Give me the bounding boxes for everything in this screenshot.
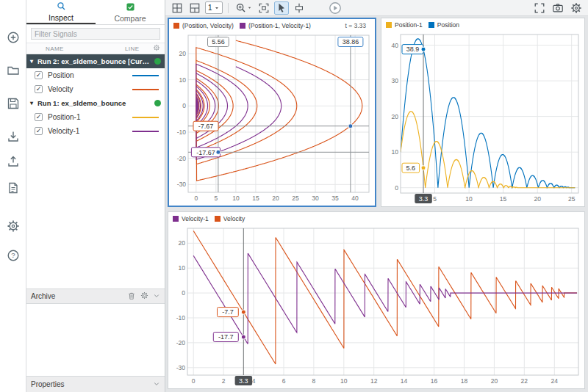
signal-label: Velocity-1 <box>48 127 132 135</box>
fit-to-view-button[interactable] <box>257 1 271 15</box>
tab-inspect-label: Inspect <box>49 13 74 22</box>
subplot-count-dropdown[interactable]: 1 <box>205 1 223 14</box>
legend-label: Position <box>437 21 459 29</box>
pointer-mode-button[interactable] <box>274 1 289 15</box>
zoom-dropdown[interactable] <box>234 1 254 15</box>
signal-row[interactable]: ✓Position-1 <box>26 110 165 124</box>
legend-item[interactable]: Velocity-1 <box>173 215 209 222</box>
run-row[interactable]: ▾Run 1: ex_sldemo_bounce <box>26 96 165 110</box>
properties-section-header[interactable]: Properties <box>26 376 165 392</box>
filter-signals-input[interactable] <box>31 28 160 40</box>
x-tick-label: 5 <box>433 195 437 203</box>
signal-line-swatch[interactable] <box>132 117 159 118</box>
velocity-plot[interactable]: Velocity-1Velocity 024681012141618202224… <box>168 211 585 389</box>
signal-checkbox[interactable]: ✓ <box>35 85 43 93</box>
create-report-button[interactable] <box>4 180 22 196</box>
snapshot-button[interactable] <box>551 1 565 15</box>
archive-collapse-button[interactable] <box>153 292 160 301</box>
archive-delete-button[interactable] <box>127 291 136 302</box>
x-tick-label: 40 <box>351 195 359 202</box>
archive-settings-button[interactable] <box>140 291 148 301</box>
cursor-marker-dot <box>421 166 426 170</box>
velocity-plot-legend: Velocity-1Velocity <box>168 212 584 225</box>
signal-row[interactable]: ✓Velocity <box>26 82 165 96</box>
properties-collapse-button[interactable] <box>153 380 160 389</box>
y-tick-label: 40 <box>392 42 399 49</box>
left-icon-rail: ? <box>0 0 26 392</box>
xy-plot-legend: (Position, Velocity)(Position-1, Velocit… <box>169 19 375 32</box>
y-tick-label: 10 <box>179 264 186 272</box>
expand-caret-icon[interactable]: ▾ <box>30 100 37 106</box>
signal-table-header: NAME LINE <box>26 43 165 54</box>
data-cursor-icon <box>293 2 305 14</box>
zoom-in-icon <box>235 2 247 14</box>
signal-row[interactable]: ✓Velocity-1 <box>26 124 165 138</box>
fullscreen-button[interactable] <box>532 1 547 15</box>
x-tick-label: 14 <box>401 377 408 385</box>
xy-plot-canvas[interactable]: 0510152025303540-30-20-10010205.5638.86-… <box>169 32 375 206</box>
velocity-plot-canvas[interactable]: 024681012141618202224-30-20-1001020-7.7-… <box>168 225 584 388</box>
replay-button[interactable] <box>329 1 342 15</box>
signal-line-swatch[interactable] <box>132 89 159 90</box>
help-button[interactable]: ? <box>4 247 22 264</box>
archive-section-header[interactable]: Archive <box>26 288 165 304</box>
import-button[interactable] <box>4 128 22 145</box>
legend-item[interactable]: Position-1 <box>386 21 423 29</box>
signal-line-swatch[interactable] <box>132 131 159 132</box>
y-tick-label: 0 <box>182 102 186 109</box>
edit-view-button[interactable] <box>187 1 202 15</box>
run-row[interactable]: ▾Run 2: ex_sldemo_bounce [Current] <box>26 54 165 68</box>
y-tick-label: -20 <box>177 155 187 162</box>
preferences-button[interactable] <box>4 218 22 234</box>
tab-inspect[interactable]: Inspect <box>26 0 96 24</box>
legend-item[interactable]: Position <box>429 21 459 29</box>
cursor-value: -17.67 <box>196 149 215 156</box>
column-settings-button[interactable] <box>153 44 160 53</box>
plot-settings-button[interactable] <box>569 1 584 15</box>
signal-checkbox[interactable]: ✓ <box>35 113 43 121</box>
simulation-data-inspector: ? Inspect Compare NAME LINE ▾Run 2: ex_s… <box>0 0 588 392</box>
x-tick-label: 8 <box>312 377 316 385</box>
x-tick-label: 15 <box>252 195 259 202</box>
cursor-marker-dot <box>348 124 353 128</box>
x-tick-label: 25 <box>568 195 576 203</box>
save-button[interactable] <box>4 95 22 112</box>
layout-button[interactable] <box>170 1 184 15</box>
legend-swatch <box>386 22 392 28</box>
fit-view-icon <box>258 2 270 14</box>
expand-caret-icon[interactable]: ▾ <box>30 58 37 65</box>
position-plot[interactable]: Position-1Position 51015202501020304038.… <box>381 18 585 207</box>
signal-checkbox[interactable]: ✓ <box>35 127 43 135</box>
legend-item[interactable]: (Position-1, Velocity-1) <box>240 22 311 29</box>
layout-grid-icon <box>171 2 183 14</box>
cursor-value: -7.67 <box>198 123 214 130</box>
y-tick-label: 0 <box>182 289 185 297</box>
tab-compare[interactable]: Compare <box>96 0 165 24</box>
tab-compare-label: Compare <box>114 14 146 23</box>
x-tick-label: 5 <box>214 195 218 202</box>
plus-circle-icon <box>7 31 20 44</box>
filter-row <box>26 25 165 43</box>
signal-row[interactable]: ✓Position <box>26 68 165 82</box>
new-button[interactable] <box>4 29 22 46</box>
x-tick-label: 10 <box>340 377 348 385</box>
open-button[interactable] <box>4 62 22 79</box>
legend-label: (Position-1, Velocity-1) <box>248 22 311 29</box>
signal-line-swatch[interactable] <box>132 75 159 76</box>
legend-item[interactable]: (Position, Velocity) <box>173 22 234 29</box>
y-tick-label: 30 <box>392 77 399 84</box>
export-button[interactable] <box>4 153 22 170</box>
position-plot-canvas[interactable]: 51015202501020304038.95.63.3 <box>381 32 584 206</box>
legend-item[interactable]: Velocity <box>215 215 245 222</box>
gear-icon <box>153 44 160 51</box>
subplot-count-value: 1 <box>208 4 212 12</box>
cursor-marker-dot <box>216 150 220 154</box>
y-tick-label: 20 <box>179 50 187 57</box>
caret-down-icon <box>247 5 252 10</box>
chevron-down-icon <box>153 380 160 388</box>
xy-plot[interactable]: (Position, Velocity)(Position-1, Velocit… <box>168 18 376 207</box>
signal-checkbox[interactable]: ✓ <box>35 71 43 79</box>
data-cursors-button[interactable] <box>292 1 306 15</box>
cursor-value: -7.7 <box>222 308 234 316</box>
x-tick-label: 6 <box>282 377 286 385</box>
